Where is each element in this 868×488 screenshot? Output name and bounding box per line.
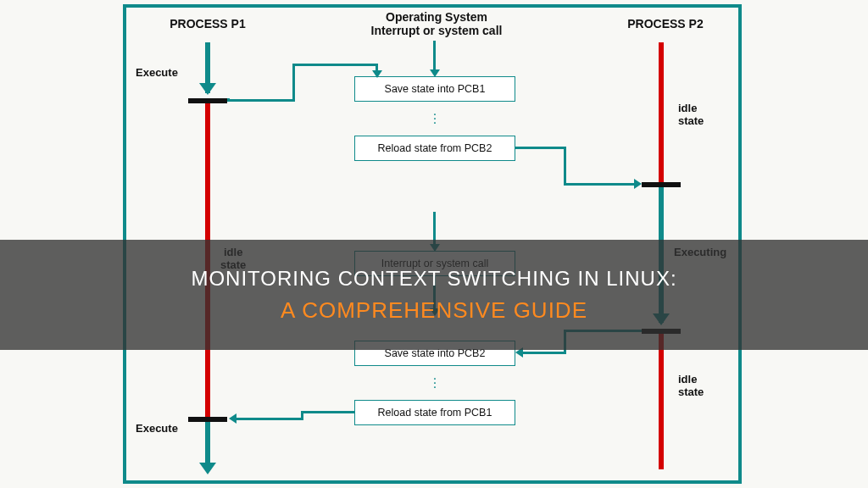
label-execute-bottom: Execute	[136, 422, 178, 435]
connector	[433, 41, 436, 71]
title-os-line1: Operating System	[386, 10, 487, 24]
p1-exec-segment-bottom	[205, 422, 210, 463]
title-process-p1: PROCESS P1	[157, 17, 259, 30]
arrow-down-icon	[372, 70, 382, 78]
overlay-banner: MONITORING CONTEXT SWITCHING IN LINUX: A…	[0, 240, 868, 350]
connector	[301, 411, 354, 413]
label-idle-p2-bottom: idle state	[678, 373, 704, 398]
connector	[236, 418, 303, 420]
label-idle-p2-top: idle state	[678, 102, 704, 127]
box-save-pcb1: Save state into PCB1	[354, 76, 515, 102]
p2-idle-top	[659, 42, 664, 182]
dots-icon: ···	[431, 112, 439, 125]
banner-line2: A COMPREHENSIVE GUIDE	[281, 297, 587, 324]
arrow-left-icon	[229, 413, 236, 424]
title-os: Operating System Interrupt or system cal…	[339, 10, 534, 37]
box-reload-pcb1: Reload state from PCB1	[354, 400, 515, 425]
connector	[292, 64, 377, 66]
title-process-p2: PROCESS P2	[615, 17, 716, 30]
connector	[564, 183, 636, 186]
connector	[292, 64, 295, 102]
label-execute-top: Execute	[136, 66, 178, 79]
title-os-line2: Interrupt or system call	[371, 24, 503, 37]
dots-icon: ···	[431, 376, 439, 389]
connector	[227, 99, 295, 102]
arrow-down-icon	[199, 83, 216, 95]
arrow-down-icon	[199, 463, 216, 474]
connector	[522, 352, 566, 354]
connector	[515, 147, 566, 149]
arrow-right-icon	[634, 179, 642, 189]
box-reload-pcb2: Reload state from PCB2	[354, 136, 515, 161]
banner-line1: MONITORING CONTEXT SWITCHING IN LINUX:	[191, 267, 676, 291]
p2-idle-bottom	[659, 334, 664, 469]
connector	[564, 147, 566, 185]
